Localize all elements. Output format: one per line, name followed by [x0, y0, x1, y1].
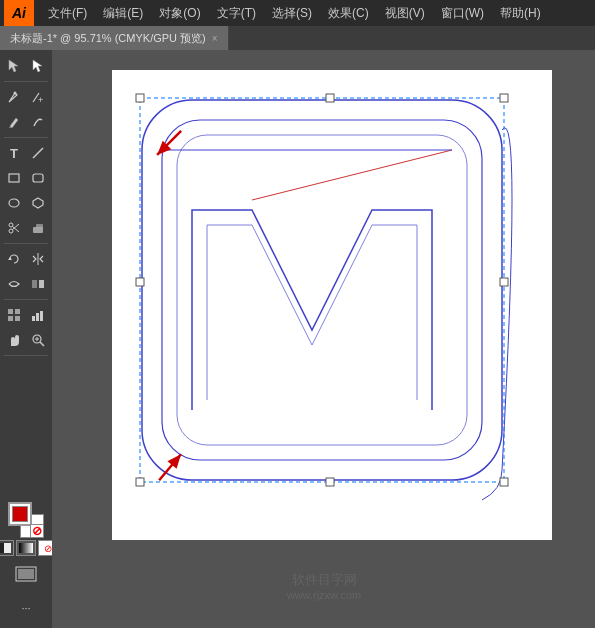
direct-select-tool[interactable] [26, 54, 50, 78]
none-swatch: ⊘ [30, 524, 44, 538]
rectangle-tool[interactable] [2, 166, 26, 190]
add-anchor-tool[interactable]: + [26, 85, 50, 109]
scissors-tool[interactable] [2, 216, 26, 240]
warp-tool[interactable] [2, 272, 26, 296]
svg-rect-35 [142, 100, 502, 480]
ellipse-tool[interactable] [2, 191, 26, 215]
color-mode-button[interactable] [0, 540, 14, 556]
svg-rect-31 [4, 543, 11, 553]
svg-rect-25 [40, 311, 43, 321]
artwork-container [112, 70, 552, 540]
divider-5 [4, 355, 48, 356]
menu-select[interactable]: 选择(S) [264, 3, 320, 24]
document-tab[interactable]: 未标题-1* @ 95.71% (CMYK/GPU 预览) × [0, 26, 229, 50]
menu-help[interactable]: 帮助(H) [492, 3, 549, 24]
divider-4 [4, 299, 48, 300]
menu-view[interactable]: 视图(V) [377, 3, 433, 24]
fill-color [12, 506, 28, 522]
svg-marker-0 [9, 60, 18, 72]
menu-object[interactable]: 对象(O) [151, 3, 208, 24]
svg-point-10 [9, 223, 13, 227]
svg-rect-34 [18, 569, 34, 579]
select-tool[interactable] [2, 54, 26, 78]
screen-mode-button[interactable] [14, 562, 38, 586]
svg-rect-19 [8, 309, 13, 314]
svg-text:www.rjzxw.com: www.rjzxw.com [285, 589, 361, 601]
reflect-tool[interactable] [26, 247, 50, 271]
canvas-area: 软件目字网 www.rjzxw.com [52, 50, 595, 628]
graph-tool[interactable] [26, 303, 50, 327]
divider-2 [4, 137, 48, 138]
toolbar: + T [0, 50, 52, 628]
eraser-tool[interactable] [26, 216, 50, 240]
smooth-tool[interactable] [26, 110, 50, 134]
menu-text[interactable]: 文字(T) [209, 3, 264, 24]
menu-effect[interactable]: 效果(C) [320, 3, 377, 24]
svg-rect-24 [36, 313, 39, 321]
symbol-tool[interactable] [2, 303, 26, 327]
svg-rect-21 [8, 316, 13, 321]
svg-rect-17 [32, 280, 37, 288]
pencil-tool[interactable] [2, 110, 26, 134]
svg-rect-5 [9, 174, 19, 182]
watermark: 软件目字网 www.rjzxw.com [244, 569, 404, 608]
svg-line-27 [40, 342, 44, 346]
svg-marker-8 [33, 198, 43, 208]
svg-rect-20 [15, 309, 20, 314]
svg-text:软件目字网: 软件目字网 [291, 572, 356, 587]
none-mode-button[interactable]: ⊘ [38, 540, 52, 556]
svg-rect-14 [36, 224, 43, 229]
blend-tool[interactable] [26, 272, 50, 296]
type-tool[interactable]: T [2, 141, 26, 165]
zoom-tool[interactable] [26, 328, 50, 352]
rounded-rect-tool[interactable] [26, 166, 50, 190]
gradient-mode-button[interactable] [16, 540, 36, 556]
polygon-tool[interactable] [26, 191, 50, 215]
svg-rect-18 [39, 280, 44, 288]
divider-3 [4, 243, 48, 244]
divider-1 [4, 81, 48, 82]
svg-rect-30 [0, 543, 4, 553]
tab-bar: 未标题-1* @ 95.71% (CMYK/GPU 预览) × [0, 26, 595, 50]
app-logo: Ai [4, 0, 34, 26]
menu-edit[interactable]: 编辑(E) [95, 3, 151, 24]
tab-close-button[interactable]: × [212, 33, 218, 44]
svg-line-38 [252, 150, 452, 200]
menu-bar: Ai 文件(F) 编辑(E) 对象(O) 文字(T) 选择(S) 效果(C) 视… [0, 0, 595, 26]
more-tools-button[interactable]: ··· [14, 596, 38, 620]
tab-label: 未标题-1* @ 95.71% (CMYK/GPU 预览) [10, 31, 206, 46]
rotate-tool[interactable] [2, 247, 26, 271]
svg-point-7 [9, 199, 19, 207]
main-layout: + T [0, 50, 595, 628]
svg-text:+: + [38, 95, 43, 104]
hand-tool[interactable] [2, 328, 26, 352]
svg-rect-22 [15, 316, 20, 321]
svg-rect-6 [33, 174, 43, 182]
color-area: ⊘ ⊘ [0, 502, 52, 624]
menu-file[interactable]: 文件(F) [40, 3, 95, 24]
foreground-color-swatch[interactable] [8, 502, 32, 526]
svg-point-2 [14, 92, 17, 95]
svg-marker-1 [33, 60, 42, 72]
color-mode-row: ⊘ [0, 540, 52, 556]
svg-point-9 [9, 229, 13, 233]
color-swatches[interactable]: ⊘ [8, 502, 44, 538]
line-tool[interactable] [26, 141, 50, 165]
menu-window[interactable]: 窗口(W) [433, 3, 492, 24]
svg-rect-32 [19, 543, 33, 553]
pen-tool[interactable] [2, 85, 26, 109]
svg-rect-36 [162, 120, 482, 460]
svg-rect-37 [177, 135, 467, 445]
svg-marker-15 [8, 257, 12, 260]
svg-rect-23 [32, 316, 35, 321]
svg-line-4 [33, 148, 43, 158]
